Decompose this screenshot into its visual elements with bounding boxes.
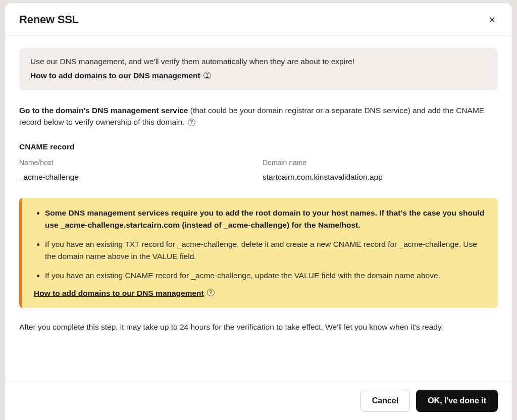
- help-icon: ?: [203, 72, 211, 79]
- instruction-text: Go to the domain's DNS management servic…: [19, 104, 498, 128]
- cname-domain-label: Domain name: [263, 159, 498, 167]
- cname-name-value: _acme-challenge: [19, 171, 254, 182]
- warning-dns-link[interactable]: How to add domains to our DNS management…: [34, 289, 215, 298]
- dns-info-box: Use our DNS management, and we'll verify…: [19, 48, 498, 90]
- warning-link-text: How to add domains to our DNS management: [34, 289, 204, 298]
- warning-item-txt-record: If you have an existing TXT record for _…: [45, 238, 486, 262]
- cname-record-grid: Name/host Domain name _acme-challenge st…: [19, 159, 498, 182]
- warning-box: Some DNS management services require you…: [19, 198, 498, 308]
- warning-item1-value: _acme-challenge.startcairn.com: [61, 221, 180, 229]
- help-icon[interactable]: ?: [188, 119, 195, 126]
- cancel-button[interactable]: Cancel: [360, 390, 410, 412]
- modal-footer: Cancel OK, I've done it: [5, 381, 512, 420]
- info-box-link-text: How to add domains to our DNS management: [30, 71, 200, 80]
- cname-name-label: Name/host: [19, 159, 254, 167]
- close-icon: ✕: [489, 15, 495, 25]
- renew-ssl-modal: Renew SSL ✕ Use our DNS management, and …: [5, 3, 512, 420]
- info-box-text: Use our DNS management, and we'll verify…: [30, 57, 487, 66]
- close-button[interactable]: ✕: [486, 14, 498, 26]
- warning-item-root-domain: Some DNS management services require you…: [45, 207, 486, 231]
- help-icon: ?: [207, 289, 215, 296]
- instruction-bold: Go to the domain's DNS management servic…: [19, 106, 188, 115]
- warning-list: Some DNS management services require you…: [34, 207, 486, 282]
- cname-domain-value: startcairn.com.kinstavalidation.app: [263, 171, 498, 182]
- warning-item-cname-record: If you have an existing CNAME record for…: [45, 270, 486, 282]
- confirm-button[interactable]: OK, I've done it: [416, 390, 498, 412]
- cname-section-title: CNAME record: [19, 142, 498, 151]
- modal-title: Renew SSL: [19, 13, 79, 26]
- modal-header: Renew SSL ✕: [5, 3, 512, 36]
- modal-body: Use our DNS management, and we'll verify…: [5, 36, 512, 381]
- after-completion-text: After you complete this step, it may tak…: [19, 321, 498, 333]
- warning-item1-suffix: (instead of _acme-challenge) for the Nam…: [180, 221, 360, 229]
- dns-management-link[interactable]: How to add domains to our DNS management…: [30, 71, 211, 80]
